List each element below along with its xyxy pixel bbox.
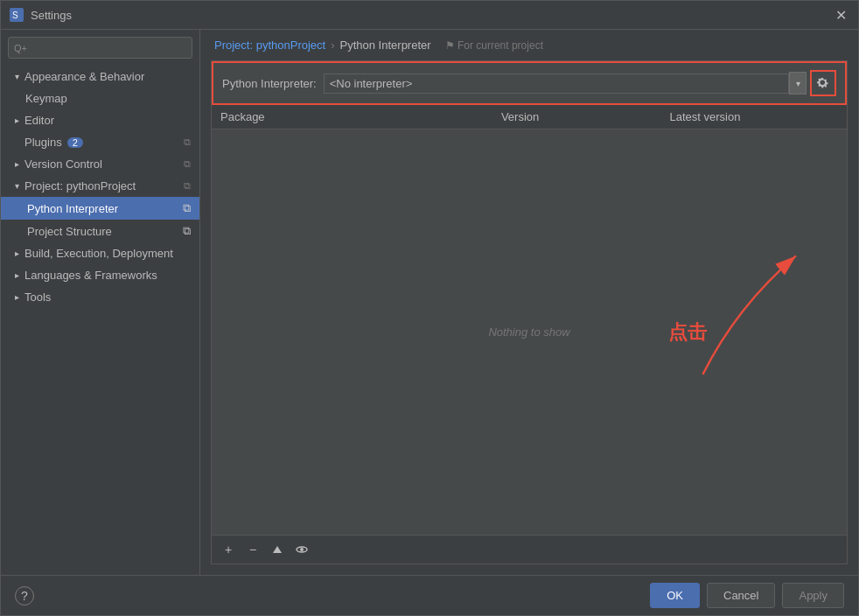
interpreter-label: Python Interpreter: <box>222 77 317 90</box>
expand-arrow: ▸ <box>15 270 19 280</box>
search-icon: Q+ <box>14 43 27 53</box>
expand-arrow: ▸ <box>15 116 19 125</box>
sidebar-item-label: Python Interpreter <box>27 202 118 215</box>
app-icon: S <box>10 8 24 22</box>
gear-icon <box>816 76 830 90</box>
sidebar-item-label: Project Structure <box>27 225 112 238</box>
copy-icon: ⧉ <box>184 180 191 192</box>
empty-text: Nothing to show <box>488 326 569 339</box>
remove-button[interactable]: − <box>243 540 262 559</box>
sidebar-item-appearance[interactable]: ▾ Appearance & Behavior <box>1 66 199 88</box>
sidebar-item-build[interactable]: ▸ Build, Execution, Deployment <box>1 242 199 264</box>
sidebar-item-label: Tools <box>24 290 51 304</box>
click-annotation: 点击 <box>668 319 707 346</box>
ok-button[interactable]: OK <box>650 583 700 608</box>
sidebar-item-tools[interactable]: ▸ Tools <box>1 286 199 308</box>
breadcrumb-sep: › <box>331 38 334 52</box>
plugins-badge: 2 <box>67 137 83 148</box>
up-icon <box>272 544 283 555</box>
svg-marker-3 <box>273 546 282 553</box>
breadcrumb-project[interactable]: Project: pythonProject <box>214 38 325 52</box>
breadcrumb-current: Python Interpreter <box>340 38 431 52</box>
col-latest: Latest version <box>669 110 838 123</box>
expand-arrow: ▸ <box>15 292 19 302</box>
interpreter-row: Python Interpreter: <No interpreter> ▾ <box>212 61 847 105</box>
sidebar-item-project-structure[interactable]: Project Structure ⧉ <box>1 220 199 242</box>
bottom-bar: ? OK Cancel Apply <box>1 575 858 615</box>
panel-content: Python Interpreter: <No interpreter> ▾ P… <box>211 60 848 564</box>
col-version: Version <box>501 110 670 123</box>
sidebar: Q+ ▾ Appearance & Behavior Keymap ▸ Edit… <box>1 30 200 575</box>
search-input[interactable] <box>31 41 186 54</box>
table-footer: + − <box>212 535 847 564</box>
eye-icon <box>296 543 308 556</box>
sidebar-item-label: Editor <box>24 114 54 127</box>
sidebar-item-plugins[interactable]: ▸ Plugins 2 ⧉ <box>1 131 199 153</box>
sidebar-item-languages[interactable]: ▸ Languages & Frameworks <box>1 264 199 286</box>
dropdown-arrow[interactable]: ▾ <box>789 72 807 94</box>
copy-icon: ⧉ <box>183 224 191 238</box>
sidebar-item-keymap[interactable]: Keymap <box>1 88 199 109</box>
expand-arrow: ▸ <box>15 248 19 258</box>
table-header: Package Version Latest version <box>212 105 847 130</box>
settings-dialog: S Settings ✕ Q+ ▾ Appearance & Behavior … <box>0 0 859 616</box>
sidebar-item-label: Plugins <box>24 136 62 149</box>
col-package: Package <box>220 110 501 123</box>
svg-point-5 <box>300 548 304 551</box>
copy-icon: ⧉ <box>183 201 191 215</box>
sidebar-item-label: Appearance & Behavior <box>24 70 144 83</box>
window-title: Settings <box>31 9 832 22</box>
table-body: 点击 Nothing to show <box>212 130 847 535</box>
help-button[interactable]: ? <box>15 586 34 606</box>
for-current-label: ⚑ For current project <box>445 39 543 52</box>
sidebar-item-label: Build, Execution, Deployment <box>24 247 173 260</box>
content-area: Q+ ▾ Appearance & Behavior Keymap ▸ Edit… <box>1 30 858 575</box>
sidebar-item-editor[interactable]: ▸ Editor <box>1 109 199 131</box>
sidebar-item-project[interactable]: ▾ Project: pythonProject ⧉ <box>1 175 199 197</box>
sidebar-item-label: Languages & Frameworks <box>24 269 157 282</box>
apply-button[interactable]: Apply <box>782 583 844 608</box>
sidebar-item-label: Project: pythonProject <box>24 179 136 192</box>
title-bar: S Settings ✕ <box>1 1 858 30</box>
search-box[interactable]: Q+ <box>8 37 192 59</box>
copy-icon: ⧉ <box>184 158 191 170</box>
sidebar-item-label: Version Control <box>24 158 102 171</box>
sidebar-item-python-interpreter[interactable]: Python Interpreter ⧉ <box>1 197 199 220</box>
eye-button[interactable] <box>292 540 311 559</box>
expand-arrow: ▾ <box>15 72 19 81</box>
svg-text:S: S <box>12 10 18 20</box>
add-button[interactable]: + <box>219 540 238 559</box>
up-button[interactable] <box>268 540 287 559</box>
sidebar-item-version-control[interactable]: ▸ Version Control ⧉ <box>1 153 199 175</box>
close-button[interactable]: ✕ <box>832 6 849 24</box>
gear-button[interactable] <box>810 70 836 96</box>
breadcrumb: Project: pythonProject › Python Interpre… <box>200 30 858 60</box>
expand-arrow: ▸ <box>15 159 19 169</box>
main-panel: Project: pythonProject › Python Interpre… <box>200 30 858 575</box>
cancel-button[interactable]: Cancel <box>707 583 775 608</box>
expand-arrow: ▾ <box>15 181 19 191</box>
copy-icon: ⧉ <box>184 136 191 148</box>
sidebar-item-label: Keymap <box>25 92 67 105</box>
interpreter-select[interactable]: <No interpreter> <box>324 74 789 94</box>
